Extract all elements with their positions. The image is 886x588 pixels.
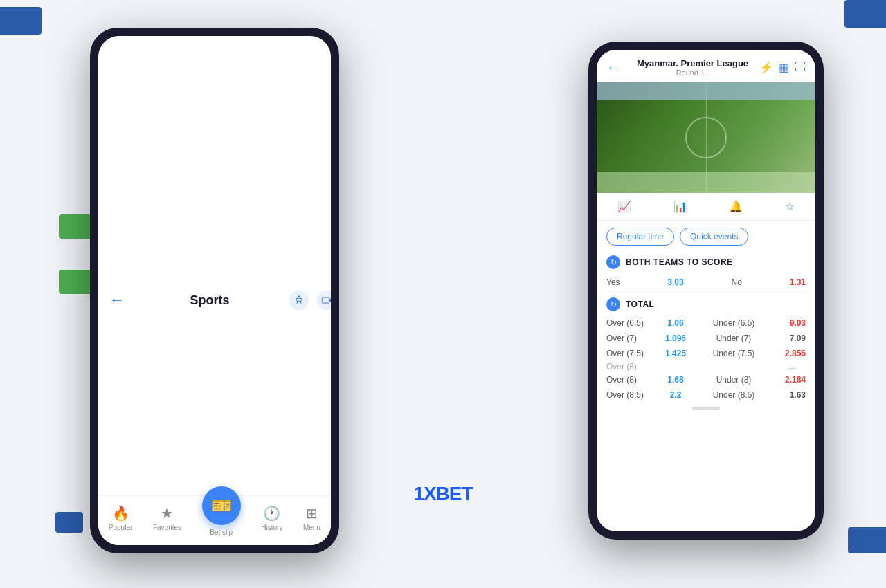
under-label: Under (7) [689,333,778,343]
match-video [597,82,815,193]
bell-icon[interactable]: 🔔 [729,200,743,213]
under-label: Under (8.5) [689,390,778,400]
over-value[interactable]: 1.68 [662,375,689,385]
header-action-buttons: ⚡ ▦ ⛶ [759,61,806,74]
section-header-btts: BOTH TEAMS TO SCORE [606,250,806,273]
bottom-navigation: 🔥 Popular ★ Favorites 🎫 Bet slip 🕐 Histo… [98,495,331,545]
total-row: Over (7) 1.096 Under (7) 7.09 [606,331,806,346]
bar-chart-icon[interactable]: 📊 [673,200,687,213]
favorites-icon: ★ [161,505,173,522]
over-value[interactable]: 1.096 [662,333,689,343]
over-label: Over (8) [606,375,662,385]
left-phone-header: ← Sports [98,36,331,545]
over-value[interactable]: 2.2 [662,390,689,400]
under-value[interactable]: 9.03 [778,318,806,328]
league-name: Myanmar. Premier League [626,58,759,68]
nav-popular[interactable]: 🔥 Popular [109,505,132,531]
accessibility-button[interactable] [289,291,309,310]
over-value[interactable]: 1.06 [662,318,689,328]
nav-favorites-label: Favorites [153,524,181,531]
total-row-partial: Over (8) ... [606,361,806,372]
nav-menu[interactable]: ⊞ Menu [303,505,320,531]
video-button[interactable] [317,291,331,310]
section-icon-btts [606,255,620,269]
under-value[interactable]: 2.184 [778,375,806,385]
section-header-total: TOTAL [606,292,806,315]
no-value[interactable]: 1.31 [790,277,806,287]
fullscreen-icon[interactable]: ⛶ [795,61,806,74]
stats-line-icon[interactable]: 📈 [617,200,631,213]
section-title-total: TOTAL [626,300,654,309]
over-label: Over (7.5) [606,349,662,358]
page-title: Sports [130,293,289,308]
total-row: Over (7.5) 1.425 Under (7.5) 2.856 [606,346,806,361]
action-bar: 📈 📊 🔔 ☆ [597,193,815,221]
tab-regular-time[interactable]: Regular time [606,228,674,246]
flash-icon[interactable]: ⚡ [759,61,773,74]
nav-history[interactable]: 🕐 History [261,505,282,531]
over-value[interactable]: 1.425 [662,349,689,358]
yes-label: Yes [606,277,620,287]
svg-rect-1 [322,297,329,303]
popular-icon: 🔥 [112,505,129,522]
section-icon-total [606,297,620,311]
bet-slip-button[interactable]: 🎫 [202,486,241,525]
back-button-right[interactable]: ← [606,59,620,75]
total-row: Over (8.5) 2.2 Under (8.5) 1.63 [606,387,806,403]
match-title: Myanmar. Premier League Round 1 . [626,58,759,77]
bg-decoration-3 [59,214,93,239]
yes-value[interactable]: 3.03 [667,277,683,287]
over-value: ... [778,362,806,371]
star-icon[interactable]: ☆ [785,200,795,213]
total-row: Over (8) 1.68 Under (8) 2.184 [606,372,806,387]
bg-decoration-1 [0,7,42,35]
menu-icon: ⊞ [306,505,318,522]
bg-decoration-2 [55,512,83,533]
no-label: No [732,277,742,287]
tab-quick-events[interactable]: Quick events [680,228,748,246]
section-title-btts: BOTH TEAMS TO SCORE [626,257,733,267]
right-phone: ← Myanmar. Premier League Round 1 . ⚡ ▦ … [588,42,824,540]
nav-popular-label: Popular [109,524,132,531]
total-section: TOTAL Over (6.5) 1.06 Under (6.5) 9.03 O… [597,292,815,403]
under-label: Under (8) [689,375,778,385]
nav-menu-label: Menu [303,524,320,531]
scroll-indicator [597,407,815,410]
header-actions [289,291,331,310]
left-phone: ← Sports LIVE [90,28,339,553]
back-button[interactable]: ← [109,291,125,309]
brand-logo: 1XBET [413,483,472,505]
nav-history-label: History [261,524,282,531]
history-icon: 🕐 [263,505,280,522]
betting-tabs: Regular time Quick events [597,221,815,250]
round-label: Round 1 . [626,68,759,77]
nav-bet-slip[interactable]: 🎫 Bet slip [202,486,241,536]
svg-point-0 [298,295,300,297]
left-phone-screen: ← Sports LIVE [98,36,331,545]
under-value[interactable]: 1.63 [778,390,806,400]
total-row: Over (6.5) 1.06 Under (6.5) 9.03 [606,315,806,331]
filter-icon[interactable]: ▦ [779,61,789,74]
under-label: Under (6.5) [689,318,778,328]
over-label: Over (6.5) [606,318,662,328]
both-teams-section: BOTH TEAMS TO SCORE Yes 3.03 No 1.31 [597,250,815,292]
right-phone-header: ← Myanmar. Premier League Round 1 . ⚡ ▦ … [597,50,815,82]
over-label: Over (8.5) [606,390,662,400]
bg-decoration-9 [848,527,886,553]
under-value[interactable]: 2.856 [778,349,806,358]
over-label: Over (7) [606,333,662,343]
yes-no-odds-row: Yes 3.03 No 1.31 [606,273,806,292]
under-value[interactable]: 7.09 [778,333,806,343]
nav-betslip-label: Bet slip [210,529,233,536]
bg-decoration-4 [59,270,93,294]
under-label: Under (7.5) [689,349,778,358]
right-phone-screen: ← Myanmar. Premier League Round 1 . ⚡ ▦ … [597,50,815,531]
over-label: Over (8) [606,362,662,371]
nav-favorites[interactable]: ★ Favorites [153,505,181,531]
bg-decoration-8 [844,0,886,28]
